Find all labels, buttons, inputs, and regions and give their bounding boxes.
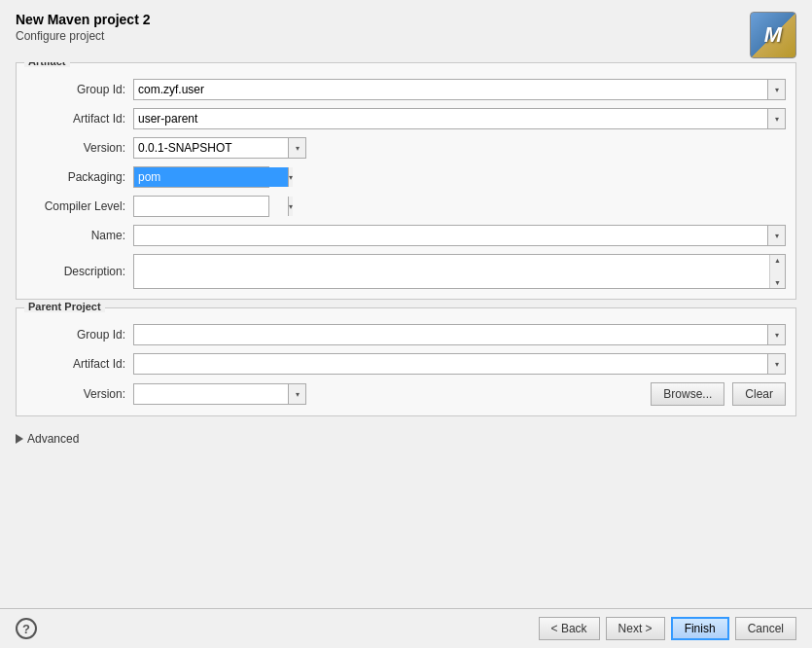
description-textarea-wrapper: ▲ ▼ — [133, 254, 786, 289]
parent-group-id-combo[interactable]: ▾ — [133, 324, 786, 345]
group-id-label: Group Id: — [26, 83, 133, 96]
name-input[interactable] — [134, 226, 767, 245]
next-button[interactable]: Next > — [606, 617, 665, 640]
dialog-content: Artifact Group Id: ▾ Artifact Id: ▾ — [0, 62, 812, 608]
parent-artifact-id-combo[interactable]: ▾ — [133, 353, 786, 375]
parent-artifact-id-label: Artifact Id: — [26, 357, 133, 371]
version-input[interactable] — [134, 138, 288, 158]
parent-artifact-id-control: ▾ — [133, 353, 786, 375]
dialog-footer: ? < Back Next > Finish Cancel — [0, 608, 812, 648]
packaging-input[interactable] — [134, 167, 288, 187]
compiler-level-row: Compiler Level: ▾ — [26, 196, 786, 217]
group-id-input[interactable] — [134, 80, 767, 99]
back-button[interactable]: < Back — [539, 617, 600, 640]
packaging-dropdown-arrow[interactable]: ▾ — [288, 167, 293, 187]
browse-button[interactable]: Browse... — [651, 382, 724, 406]
compiler-level-input[interactable] — [134, 197, 288, 216]
finish-button[interactable]: Finish — [671, 617, 729, 640]
description-scrollbar[interactable]: ▲ ▼ — [769, 255, 785, 288]
artifact-id-row: Artifact Id: ▾ — [26, 108, 786, 129]
artifact-section-label: Artifact — [24, 62, 70, 67]
dialog-header: New Maven project 2 Configure project M — [0, 0, 812, 62]
clear-button[interactable]: Clear — [732, 382, 786, 406]
dialog: New Maven project 2 Configure project M … — [0, 0, 812, 648]
parent-group-id-label: Group Id: — [26, 328, 133, 342]
parent-artifact-id-input[interactable] — [134, 354, 767, 374]
version-row: Version: ▾ — [26, 137, 786, 159]
artifact-id-input[interactable] — [134, 109, 767, 128]
dialog-title: New Maven project 2 — [16, 12, 151, 27]
name-control: ▾ — [133, 225, 786, 246]
parent-group-id-control: ▾ — [133, 324, 786, 345]
packaging-combo[interactable]: ▾ — [133, 166, 269, 188]
version-label: Version: — [26, 141, 133, 155]
parent-version-combo[interactable]: ▾ — [133, 383, 306, 405]
parent-group-id-dropdown-arrow[interactable]: ▾ — [767, 325, 785, 344]
group-id-combo[interactable]: ▾ — [133, 79, 786, 100]
parent-group-id-row: Group Id: ▾ — [26, 324, 786, 345]
footer-left: ? — [16, 618, 37, 639]
version-control: ▾ — [133, 137, 786, 159]
artifact-id-combo[interactable]: ▾ — [133, 108, 786, 129]
parent-version-dropdown-arrow[interactable]: ▾ — [288, 384, 305, 404]
artifact-id-label: Artifact Id: — [26, 112, 133, 126]
compiler-level-dropdown-arrow[interactable]: ▾ — [288, 197, 293, 216]
advanced-label[interactable]: Advanced — [27, 432, 79, 446]
parent-version-row: Version: ▾ Browse... Clear — [26, 382, 786, 406]
parent-version-label: Version: — [26, 387, 133, 401]
scroll-down-icon[interactable]: ▼ — [774, 279, 781, 286]
parent-version-input[interactable] — [134, 384, 288, 404]
compiler-level-label: Compiler Level: — [26, 199, 133, 213]
artifact-id-dropdown-arrow[interactable]: ▾ — [767, 109, 785, 128]
scroll-up-icon[interactable]: ▲ — [774, 257, 781, 264]
advanced-triangle-icon — [16, 434, 23, 444]
dialog-header-text: New Maven project 2 Configure project — [16, 12, 151, 43]
parent-section: Parent Project Group Id: ▾ Artifact Id: … — [16, 307, 796, 416]
name-label: Name: — [26, 229, 133, 242]
dialog-subtitle: Configure project — [16, 29, 151, 43]
group-id-dropdown-arrow[interactable]: ▾ — [767, 80, 785, 99]
advanced-row[interactable]: Advanced — [16, 428, 796, 450]
version-dropdown-arrow[interactable]: ▾ — [288, 138, 305, 158]
footer-buttons: < Back Next > Finish Cancel — [539, 617, 796, 640]
parent-artifact-id-row: Artifact Id: ▾ — [26, 353, 786, 375]
name-row: Name: ▾ — [26, 225, 786, 246]
name-combo[interactable]: ▾ — [133, 225, 786, 246]
name-dropdown-arrow[interactable]: ▾ — [767, 226, 785, 245]
parent-version-control: ▾ Browse... Clear — [133, 382, 786, 406]
cancel-button[interactable]: Cancel — [735, 617, 796, 640]
artifact-id-control: ▾ — [133, 108, 786, 129]
maven-icon: M — [750, 12, 796, 58]
help-icon[interactable]: ? — [16, 618, 37, 639]
artifact-section: Artifact Group Id: ▾ Artifact Id: ▾ — [16, 62, 796, 300]
description-label: Description: — [26, 265, 133, 278]
parent-group-id-input[interactable] — [134, 325, 767, 344]
packaging-row: Packaging: ▾ — [26, 166, 786, 188]
description-input[interactable] — [134, 255, 769, 288]
compiler-level-control: ▾ — [133, 196, 786, 217]
parent-section-label: Parent Project — [24, 301, 105, 312]
group-id-control: ▾ — [133, 79, 786, 100]
packaging-label: Packaging: — [26, 170, 133, 184]
description-control: ▲ ▼ — [133, 254, 786, 289]
compiler-level-combo[interactable]: ▾ — [133, 196, 269, 217]
parent-artifact-id-dropdown-arrow[interactable]: ▾ — [767, 354, 785, 374]
version-combo[interactable]: ▾ — [133, 137, 306, 159]
description-row: Description: ▲ ▼ — [26, 254, 786, 289]
packaging-control: ▾ — [133, 166, 786, 188]
group-id-row: Group Id: ▾ — [26, 79, 786, 100]
